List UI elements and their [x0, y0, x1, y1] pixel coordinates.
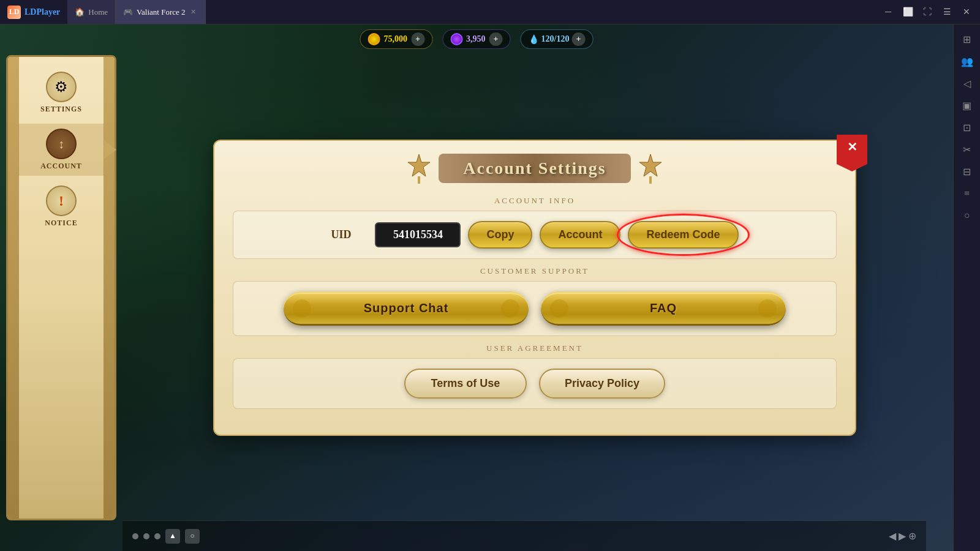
agreement-row: Terms of Use Privacy Policy	[246, 369, 824, 399]
rs-icon-back[interactable]: ◁	[957, 73, 977, 93]
left-ruler	[8, 57, 19, 519]
uid-row: UID 541015534 Copy Account Redeem Code	[246, 221, 824, 249]
fullscreen-button[interactable]: ⛶	[919, 4, 936, 21]
redeem-code-button[interactable]: Redeem Code	[628, 221, 738, 249]
tab-bar: 🏠 Home 🎮 Valiant Force 2 ✕	[67, 0, 880, 24]
customer-support-section: Support Chat FAQ	[233, 281, 837, 336]
rs-icon-menu[interactable]: ≡	[957, 184, 977, 203]
title-background: Account Settings	[439, 154, 630, 183]
account-info-section: UID 541015534 Copy Account Redeem Code	[233, 211, 837, 259]
home-tab-icon: 🏠	[75, 7, 85, 17]
account-icon: ↕	[46, 129, 77, 159]
settings-icon: ⚙	[46, 72, 77, 102]
svg-rect-0	[418, 176, 420, 184]
rs-icon-users[interactable]: 👥	[957, 51, 977, 71]
modal-close-button[interactable]: ✕	[837, 135, 867, 171]
rs-icon-view[interactable]: ⊡	[957, 118, 977, 137]
rs-icon-scissors[interactable]: ✂	[957, 140, 977, 159]
uid-value: 541015534	[375, 222, 461, 247]
support-row: Support Chat FAQ	[246, 291, 824, 326]
faq-button[interactable]: FAQ	[541, 291, 786, 326]
terms-of-use-button[interactable]: Terms of Use	[404, 369, 527, 399]
left-ornament	[407, 153, 431, 184]
sidebar-item-notice[interactable]: ! Notice	[18, 181, 104, 233]
app-logo: LD LDPlayer	[0, 6, 67, 19]
left-panel: ⚙ SETTINGS ↕ ACCOUNT ! Notice	[6, 55, 116, 520]
user-agreement-label: USER AGREEMENT	[233, 343, 837, 353]
hp-value: 120/120	[541, 34, 570, 44]
gold-amount: 75,000	[384, 34, 408, 44]
copy-button[interactable]: Copy	[468, 221, 532, 249]
title-decoration: Account Settings	[233, 153, 837, 184]
triangle-icon[interactable]: ▲	[165, 529, 180, 544]
support-chat-button[interactable]: Support Chat	[284, 291, 529, 326]
gem-currency: 3,950 +	[442, 29, 511, 49]
app-title: LDPlayer	[24, 7, 60, 17]
dot-2	[143, 533, 149, 539]
redeem-wrapper: Redeem Code	[628, 221, 738, 249]
add-gold-button[interactable]: +	[411, 32, 424, 46]
gem-amount: 3,950	[466, 34, 486, 44]
dot-1	[132, 533, 138, 539]
dot-3	[154, 533, 160, 539]
game-tab-icon: 🎮	[123, 7, 133, 17]
settings-label: SETTINGS	[40, 105, 82, 114]
account-info-label: ACCOUNT INFO	[233, 196, 837, 206]
right-sidebar: ⊞ 👥 ◁ ▣ ⊡ ✂ ⊟ ≡ ○	[953, 24, 980, 551]
notice-label: Notice	[45, 219, 77, 228]
taskbar: LD LDPlayer 🏠 Home 🎮 Valiant Force 2 ✕ ─…	[0, 0, 980, 24]
rs-icon-layout[interactable]: ⊟	[957, 162, 977, 181]
circle-icon[interactable]: ○	[185, 529, 200, 544]
privacy-policy-button[interactable]: Privacy Policy	[539, 369, 665, 399]
customer-support-label: CUSTOMER SUPPORT	[233, 266, 837, 276]
rs-icon-apps[interactable]: ⊞	[957, 29, 977, 49]
tab-close-button[interactable]: ✕	[189, 8, 198, 17]
uid-label: UID	[331, 228, 368, 241]
scroll-right[interactable]: ▶	[899, 530, 906, 542]
settings-button[interactable]: ☰	[938, 4, 956, 21]
gold-currency: 75,000 +	[360, 29, 433, 49]
hp-display: 💧 120/120 +	[521, 29, 594, 49]
sidebar-item-account[interactable]: ↕ ACCOUNT	[18, 124, 104, 176]
modal-overlay: ✕ Account Settings	[123, 55, 947, 520]
add-hp-button[interactable]: +	[571, 32, 585, 46]
account-settings-modal: ✕ Account Settings	[213, 140, 856, 436]
home-tab-label: Home	[88, 7, 108, 17]
hp-icon: 💧	[529, 34, 539, 45]
modal-title-bar: Account Settings	[233, 153, 837, 184]
account-button[interactable]: Account	[540, 221, 620, 249]
scroll-controls: ◀ ▶ ⊕	[889, 530, 916, 542]
game-area: 75,000 + 3,950 + 💧 120/120 + ⚙ SETTINGS	[0, 24, 953, 551]
logo-icon: LD	[7, 6, 21, 19]
add-gem-button[interactable]: +	[489, 32, 503, 46]
game-tab-label: Valiant Force 2	[137, 7, 185, 17]
sidebar-item-settings[interactable]: ⚙ SETTINGS	[18, 67, 104, 119]
right-ruler	[104, 57, 115, 519]
scroll-left[interactable]: ◀	[889, 530, 896, 542]
tab-game[interactable]: 🎮 Valiant Force 2 ✕	[116, 0, 205, 24]
user-agreement-section: Terms of Use Privacy Policy	[233, 358, 837, 409]
gold-icon	[368, 33, 380, 45]
gem-icon	[450, 33, 462, 45]
bottom-bar: ▲ ○ ◀ ▶ ⊕	[123, 520, 926, 551]
bottom-left-controls: ▲ ○	[132, 529, 200, 544]
account-label: ACCOUNT	[40, 162, 82, 171]
modal-title-text: Account Settings	[463, 159, 606, 178]
top-hud: 75,000 + 3,950 + 💧 120/120 +	[360, 29, 594, 49]
notice-icon: !	[46, 186, 77, 216]
rs-icon-circle[interactable]: ○	[957, 206, 977, 225]
rs-icon-screen[interactable]: ▣	[957, 96, 977, 115]
svg-rect-1	[649, 176, 652, 184]
zoom-in[interactable]: ⊕	[908, 530, 916, 542]
right-ornament	[638, 153, 663, 184]
maximize-button[interactable]: ⬜	[899, 4, 916, 21]
minimize-button[interactable]: ─	[880, 4, 897, 21]
close-window-button[interactable]: ✕	[958, 4, 975, 21]
tab-home[interactable]: 🏠 Home	[67, 0, 116, 24]
window-controls: ─ ⬜ ⛶ ☰ ✕	[880, 4, 980, 21]
